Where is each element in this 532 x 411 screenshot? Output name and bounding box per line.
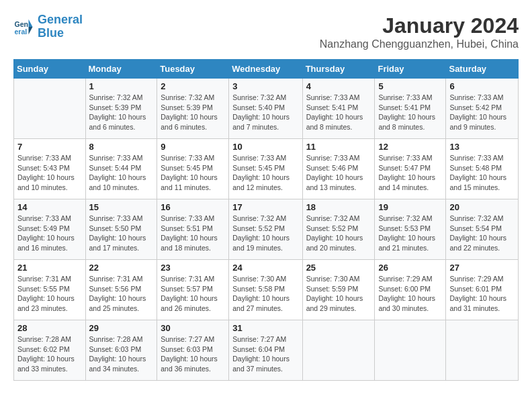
col-tuesday: Tuesday	[157, 60, 229, 79]
table-cell: 5 Sunrise: 7:33 AM Sunset: 5:41 PM Dayli…	[375, 79, 446, 139]
day-number: 15	[89, 202, 154, 212]
day-info: Sunrise: 7:33 AM Sunset: 5:50 PM Dayligh…	[89, 214, 154, 253]
table-cell	[375, 320, 446, 381]
table-cell: 26 Sunrise: 7:29 AM Sunset: 6:00 PM Dayl…	[375, 260, 446, 320]
table-cell: 2 Sunrise: 7:32 AM Sunset: 5:39 PM Dayli…	[157, 79, 229, 139]
day-info: Sunrise: 7:30 AM Sunset: 5:58 PM Dayligh…	[232, 274, 298, 314]
day-info: Sunrise: 7:33 AM Sunset: 5:44 PM Dayligh…	[89, 153, 154, 193]
table-cell: 23 Sunrise: 7:31 AM Sunset: 5:57 PM Dayl…	[157, 260, 229, 320]
table-cell: 20 Sunrise: 7:32 AM Sunset: 5:54 PM Dayl…	[446, 199, 519, 260]
day-info: Sunrise: 7:33 AM Sunset: 5:42 PM Dayligh…	[449, 93, 515, 132]
day-number: 31	[232, 323, 298, 333]
day-number: 25	[306, 263, 371, 273]
svg-marker-3	[29, 27, 33, 34]
day-number: 30	[161, 323, 225, 333]
svg-marker-2	[29, 19, 33, 27]
table-cell: 3 Sunrise: 7:32 AM Sunset: 5:40 PM Dayli…	[229, 79, 302, 139]
table-cell	[446, 320, 519, 381]
day-info: Sunrise: 7:33 AM Sunset: 5:41 PM Dayligh…	[378, 93, 442, 132]
day-number: 5	[378, 81, 442, 91]
day-info: Sunrise: 7:33 AM Sunset: 5:46 PM Dayligh…	[306, 153, 371, 193]
table-cell: 27 Sunrise: 7:29 AM Sunset: 6:01 PM Dayl…	[446, 260, 519, 320]
table-cell: 25 Sunrise: 7:30 AM Sunset: 5:59 PM Dayl…	[302, 260, 375, 320]
day-number: 21	[17, 263, 82, 273]
table-cell: 7 Sunrise: 7:33 AM Sunset: 5:43 PM Dayli…	[14, 139, 86, 199]
day-info: Sunrise: 7:29 AM Sunset: 6:01 PM Dayligh…	[449, 274, 515, 314]
table-cell: 24 Sunrise: 7:30 AM Sunset: 5:58 PM Dayl…	[229, 260, 302, 320]
table-cell: 29 Sunrise: 7:28 AM Sunset: 6:03 PM Dayl…	[85, 320, 157, 381]
day-number: 12	[378, 142, 442, 152]
col-monday: Monday	[85, 60, 157, 79]
table-cell: 19 Sunrise: 7:32 AM Sunset: 5:53 PM Dayl…	[375, 199, 446, 260]
day-number: 1	[89, 81, 154, 91]
table-cell	[14, 79, 86, 139]
day-number: 11	[306, 142, 371, 152]
table-cell: 18 Sunrise: 7:32 AM Sunset: 5:52 PM Dayl…	[302, 199, 375, 260]
day-number: 10	[232, 142, 298, 152]
table-cell: 14 Sunrise: 7:33 AM Sunset: 5:49 PM Dayl…	[14, 199, 86, 260]
table-cell: 10 Sunrise: 7:33 AM Sunset: 5:45 PM Dayl…	[229, 139, 302, 199]
calendar-table: Sunday Monday Tuesday Wednesday Thursday…	[13, 59, 519, 381]
logo: Gen eral General Blue	[13, 13, 83, 40]
day-info: Sunrise: 7:27 AM Sunset: 6:03 PM Dayligh…	[161, 334, 225, 374]
day-info: Sunrise: 7:32 AM Sunset: 5:39 PM Dayligh…	[89, 93, 154, 132]
day-info: Sunrise: 7:33 AM Sunset: 5:51 PM Dayligh…	[161, 214, 225, 253]
day-number: 9	[161, 142, 225, 152]
day-number: 16	[161, 202, 225, 212]
day-number: 24	[232, 263, 298, 273]
col-saturday: Saturday	[446, 60, 519, 79]
svg-text:eral: eral	[15, 27, 28, 35]
day-info: Sunrise: 7:33 AM Sunset: 5:49 PM Dayligh…	[17, 214, 82, 253]
day-info: Sunrise: 7:28 AM Sunset: 6:03 PM Dayligh…	[89, 334, 154, 374]
table-cell: 21 Sunrise: 7:31 AM Sunset: 5:55 PM Dayl…	[14, 260, 86, 320]
day-info: Sunrise: 7:33 AM Sunset: 5:47 PM Dayligh…	[378, 153, 442, 193]
day-number: 26	[378, 263, 442, 273]
day-number: 14	[17, 202, 82, 212]
day-info: Sunrise: 7:30 AM Sunset: 5:59 PM Dayligh…	[306, 274, 371, 314]
col-sunday: Sunday	[14, 60, 86, 79]
day-number: 13	[449, 142, 515, 152]
table-cell: 15 Sunrise: 7:33 AM Sunset: 5:50 PM Dayl…	[85, 199, 157, 260]
day-info: Sunrise: 7:31 AM Sunset: 5:55 PM Dayligh…	[17, 274, 82, 314]
day-number: 19	[378, 202, 442, 212]
day-info: Sunrise: 7:31 AM Sunset: 5:57 PM Dayligh…	[161, 274, 225, 314]
day-number: 23	[161, 263, 225, 273]
table-cell	[302, 320, 375, 381]
day-info: Sunrise: 7:32 AM Sunset: 5:53 PM Dayligh…	[378, 214, 442, 253]
table-cell: 28 Sunrise: 7:28 AM Sunset: 6:02 PM Dayl…	[14, 320, 86, 381]
day-info: Sunrise: 7:33 AM Sunset: 5:48 PM Dayligh…	[449, 153, 515, 193]
day-info: Sunrise: 7:33 AM Sunset: 5:41 PM Dayligh…	[306, 93, 371, 132]
day-info: Sunrise: 7:32 AM Sunset: 5:54 PM Dayligh…	[449, 214, 515, 253]
logo-text: General Blue	[38, 13, 83, 40]
day-number: 8	[89, 142, 154, 152]
table-cell: 6 Sunrise: 7:33 AM Sunset: 5:42 PM Dayli…	[446, 79, 519, 139]
page-title: January 2024	[320, 13, 519, 38]
table-cell: 17 Sunrise: 7:32 AM Sunset: 5:52 PM Dayl…	[229, 199, 302, 260]
day-info: Sunrise: 7:32 AM Sunset: 5:39 PM Dayligh…	[161, 93, 225, 132]
day-info: Sunrise: 7:32 AM Sunset: 5:52 PM Dayligh…	[232, 214, 298, 253]
col-thursday: Thursday	[302, 60, 375, 79]
day-info: Sunrise: 7:27 AM Sunset: 6:04 PM Dayligh…	[232, 334, 298, 374]
day-number: 7	[17, 142, 82, 152]
day-number: 17	[232, 202, 298, 212]
table-cell: 8 Sunrise: 7:33 AM Sunset: 5:44 PM Dayli…	[85, 139, 157, 199]
day-info: Sunrise: 7:33 AM Sunset: 5:45 PM Dayligh…	[232, 153, 298, 193]
col-friday: Friday	[375, 60, 446, 79]
day-number: 28	[17, 323, 82, 333]
day-number: 29	[89, 323, 154, 333]
table-cell: 30 Sunrise: 7:27 AM Sunset: 6:03 PM Dayl…	[157, 320, 229, 381]
table-cell: 16 Sunrise: 7:33 AM Sunset: 5:51 PM Dayl…	[157, 199, 229, 260]
col-wednesday: Wednesday	[229, 60, 302, 79]
day-info: Sunrise: 7:32 AM Sunset: 5:40 PM Dayligh…	[232, 93, 298, 132]
day-info: Sunrise: 7:31 AM Sunset: 5:56 PM Dayligh…	[89, 274, 154, 314]
table-cell: 9 Sunrise: 7:33 AM Sunset: 5:45 PM Dayli…	[157, 139, 229, 199]
table-cell: 31 Sunrise: 7:27 AM Sunset: 6:04 PM Dayl…	[229, 320, 302, 381]
table-cell: 11 Sunrise: 7:33 AM Sunset: 5:46 PM Dayl…	[302, 139, 375, 199]
day-number: 27	[449, 263, 515, 273]
page-subtitle: Nanzhang Chengguanzhen, Hubei, China	[320, 38, 519, 50]
table-cell: 13 Sunrise: 7:33 AM Sunset: 5:48 PM Dayl…	[446, 139, 519, 199]
day-info: Sunrise: 7:33 AM Sunset: 5:43 PM Dayligh…	[17, 153, 82, 193]
table-cell: 1 Sunrise: 7:32 AM Sunset: 5:39 PM Dayli…	[85, 79, 157, 139]
day-info: Sunrise: 7:29 AM Sunset: 6:00 PM Dayligh…	[378, 274, 442, 314]
day-info: Sunrise: 7:32 AM Sunset: 5:52 PM Dayligh…	[306, 214, 371, 253]
